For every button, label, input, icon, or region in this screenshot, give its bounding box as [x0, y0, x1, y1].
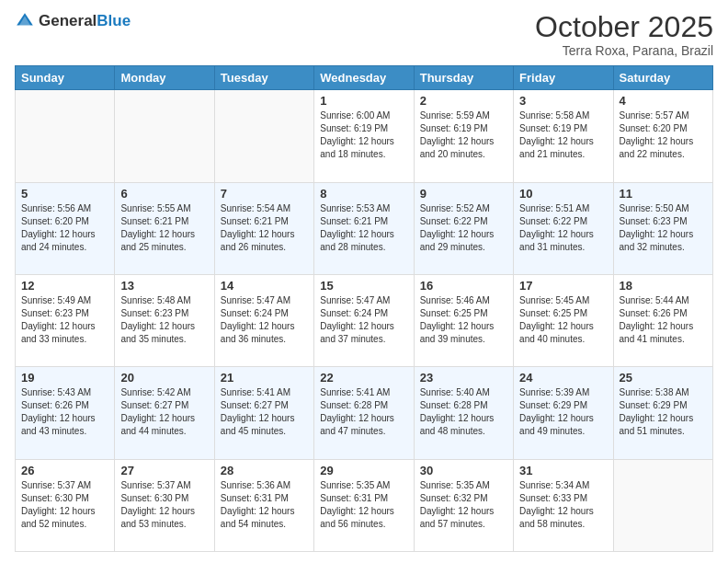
day-number: 15: [320, 279, 407, 293]
header: GeneralBlue October 2025 Terra Roxa, Par…: [15, 11, 713, 58]
logo: GeneralBlue: [15, 11, 131, 31]
day-info: Sunrise: 5:53 AM Sunset: 6:21 PM Dayligh…: [320, 202, 407, 254]
calendar-cell: 13Sunrise: 5:48 AM Sunset: 6:23 PM Dayli…: [115, 274, 214, 366]
day-info: Sunrise: 5:57 AM Sunset: 6:20 PM Dayligh…: [620, 109, 707, 161]
day-number: 22: [320, 371, 407, 385]
day-number: 23: [420, 371, 507, 385]
day-info: Sunrise: 5:35 AM Sunset: 6:31 PM Dayligh…: [320, 479, 407, 531]
day-number: 29: [320, 464, 407, 477]
day-number: 27: [120, 464, 208, 477]
logo-icon: [15, 11, 35, 31]
day-number: 26: [21, 464, 108, 477]
day-info: Sunrise: 5:38 AM Sunset: 6:29 PM Dayligh…: [620, 386, 707, 438]
page: GeneralBlue October 2025 Terra Roxa, Par…: [0, 0, 728, 563]
col-sunday: Sunday: [16, 66, 115, 90]
calendar-cell: 12Sunrise: 5:49 AM Sunset: 6:23 PM Dayli…: [16, 274, 115, 366]
calendar-cell: 7Sunrise: 5:54 AM Sunset: 6:21 PM Daylig…: [214, 182, 313, 274]
day-number: 12: [21, 279, 108, 293]
day-info: Sunrise: 5:45 AM Sunset: 6:25 PM Dayligh…: [519, 294, 607, 346]
day-info: Sunrise: 5:42 AM Sunset: 6:27 PM Dayligh…: [120, 386, 208, 438]
day-number: 6: [120, 187, 208, 201]
day-number: 14: [221, 279, 308, 293]
calendar-cell: 2Sunrise: 5:59 AM Sunset: 6:19 PM Daylig…: [414, 90, 513, 182]
calendar-cell: 26Sunrise: 5:37 AM Sunset: 6:30 PM Dayli…: [16, 459, 115, 551]
calendar-cell: 29Sunrise: 5:35 AM Sunset: 6:31 PM Dayli…: [314, 459, 414, 551]
calendar-cell: 6Sunrise: 5:55 AM Sunset: 6:21 PM Daylig…: [115, 182, 214, 274]
day-info: Sunrise: 5:46 AM Sunset: 6:25 PM Dayligh…: [420, 294, 507, 346]
calendar-week-row: 5Sunrise: 5:56 AM Sunset: 6:20 PM Daylig…: [16, 182, 713, 274]
calendar-week-row: 26Sunrise: 5:37 AM Sunset: 6:30 PM Dayli…: [16, 459, 713, 551]
day-info: Sunrise: 5:59 AM Sunset: 6:19 PM Dayligh…: [420, 109, 507, 161]
calendar-week-row: 1Sunrise: 6:00 AM Sunset: 6:19 PM Daylig…: [16, 90, 713, 182]
day-number: 1: [320, 94, 407, 108]
day-number: 16: [420, 279, 507, 293]
calendar-cell: 11Sunrise: 5:50 AM Sunset: 6:23 PM Dayli…: [613, 182, 712, 274]
col-wednesday: Wednesday: [314, 66, 414, 90]
calendar-cell: 28Sunrise: 5:36 AM Sunset: 6:31 PM Dayli…: [214, 459, 313, 551]
calendar-cell: 21Sunrise: 5:41 AM Sunset: 6:27 PM Dayli…: [214, 367, 313, 459]
calendar-cell: 15Sunrise: 5:47 AM Sunset: 6:24 PM Dayli…: [314, 274, 414, 366]
calendar-cell: [613, 459, 712, 551]
day-number: 9: [420, 187, 507, 201]
calendar-cell: [115, 90, 214, 182]
day-info: Sunrise: 5:41 AM Sunset: 6:28 PM Dayligh…: [320, 386, 407, 438]
day-info: Sunrise: 5:47 AM Sunset: 6:24 PM Dayligh…: [221, 294, 308, 346]
day-info: Sunrise: 5:49 AM Sunset: 6:23 PM Dayligh…: [21, 294, 108, 346]
calendar-cell: 14Sunrise: 5:47 AM Sunset: 6:24 PM Dayli…: [214, 274, 313, 366]
day-number: 25: [620, 371, 707, 385]
calendar-cell: 22Sunrise: 5:41 AM Sunset: 6:28 PM Dayli…: [314, 367, 414, 459]
col-tuesday: Tuesday: [214, 66, 313, 90]
day-number: 30: [420, 464, 507, 477]
calendar-header-row: Sunday Monday Tuesday Wednesday Thursday…: [16, 66, 713, 90]
calendar-cell: 17Sunrise: 5:45 AM Sunset: 6:25 PM Dayli…: [514, 274, 613, 366]
col-saturday: Saturday: [613, 66, 712, 90]
day-info: Sunrise: 5:51 AM Sunset: 6:22 PM Dayligh…: [519, 202, 607, 254]
calendar-cell: [214, 90, 313, 182]
calendar-cell: 24Sunrise: 5:39 AM Sunset: 6:29 PM Dayli…: [514, 367, 613, 459]
calendar-cell: 5Sunrise: 5:56 AM Sunset: 6:20 PM Daylig…: [16, 182, 115, 274]
day-number: 20: [120, 371, 208, 385]
calendar-table: Sunday Monday Tuesday Wednesday Thursday…: [15, 65, 713, 552]
calendar-cell: 25Sunrise: 5:38 AM Sunset: 6:29 PM Dayli…: [613, 367, 712, 459]
calendar-cell: 27Sunrise: 5:37 AM Sunset: 6:30 PM Dayli…: [115, 459, 214, 551]
calendar-cell: 3Sunrise: 5:58 AM Sunset: 6:19 PM Daylig…: [514, 90, 613, 182]
location: Terra Roxa, Parana, Brazil: [535, 43, 713, 58]
calendar-cell: 16Sunrise: 5:46 AM Sunset: 6:25 PM Dayli…: [414, 274, 513, 366]
day-info: Sunrise: 5:37 AM Sunset: 6:30 PM Dayligh…: [21, 479, 108, 531]
calendar-cell: 9Sunrise: 5:52 AM Sunset: 6:22 PM Daylig…: [414, 182, 513, 274]
day-number: 17: [519, 279, 607, 293]
day-info: Sunrise: 5:44 AM Sunset: 6:26 PM Dayligh…: [620, 294, 707, 346]
day-number: 5: [21, 187, 108, 201]
calendar-cell: 4Sunrise: 5:57 AM Sunset: 6:20 PM Daylig…: [613, 90, 712, 182]
calendar-cell: 19Sunrise: 5:43 AM Sunset: 6:26 PM Dayli…: [16, 367, 115, 459]
day-number: 2: [420, 94, 507, 108]
day-info: Sunrise: 5:40 AM Sunset: 6:28 PM Dayligh…: [420, 386, 507, 438]
col-thursday: Thursday: [414, 66, 513, 90]
calendar-cell: [16, 90, 115, 182]
day-number: 28: [221, 464, 308, 477]
day-info: Sunrise: 5:50 AM Sunset: 6:23 PM Dayligh…: [620, 202, 707, 254]
day-info: Sunrise: 5:48 AM Sunset: 6:23 PM Dayligh…: [120, 294, 208, 346]
day-info: Sunrise: 5:43 AM Sunset: 6:26 PM Dayligh…: [21, 386, 108, 438]
day-number: 31: [519, 464, 607, 477]
day-number: 18: [620, 279, 707, 293]
day-number: 10: [519, 187, 607, 201]
day-number: 8: [320, 187, 407, 201]
month-title: October 2025: [535, 11, 713, 43]
col-monday: Monday: [115, 66, 214, 90]
calendar-cell: 10Sunrise: 5:51 AM Sunset: 6:22 PM Dayli…: [514, 182, 613, 274]
calendar-week-row: 19Sunrise: 5:43 AM Sunset: 6:26 PM Dayli…: [16, 367, 713, 459]
day-number: 13: [120, 279, 208, 293]
calendar-cell: 8Sunrise: 5:53 AM Sunset: 6:21 PM Daylig…: [314, 182, 414, 274]
day-number: 24: [519, 371, 607, 385]
day-info: Sunrise: 5:39 AM Sunset: 6:29 PM Dayligh…: [519, 386, 607, 438]
day-info: Sunrise: 5:52 AM Sunset: 6:22 PM Dayligh…: [420, 202, 507, 254]
day-number: 3: [519, 94, 607, 108]
col-friday: Friday: [514, 66, 613, 90]
calendar-cell: 20Sunrise: 5:42 AM Sunset: 6:27 PM Dayli…: [115, 367, 214, 459]
day-info: Sunrise: 5:35 AM Sunset: 6:32 PM Dayligh…: [420, 479, 507, 531]
day-info: Sunrise: 6:00 AM Sunset: 6:19 PM Dayligh…: [320, 109, 407, 161]
day-info: Sunrise: 5:56 AM Sunset: 6:20 PM Dayligh…: [21, 202, 108, 254]
title-area: October 2025 Terra Roxa, Parana, Brazil: [535, 11, 713, 58]
day-info: Sunrise: 5:55 AM Sunset: 6:21 PM Dayligh…: [120, 202, 208, 254]
